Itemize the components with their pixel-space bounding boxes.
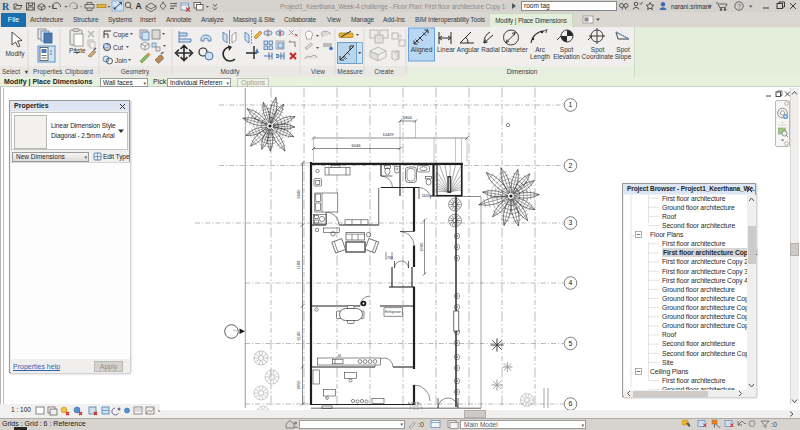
- svg-text:6: 6: [569, 400, 573, 407]
- svg-text:3: 3: [569, 219, 573, 226]
- svg-text:Refrigerator: Refrigerator: [385, 310, 401, 314]
- svg-text:10429: 10429: [382, 132, 394, 137]
- svg-text:Cope: Cope: [113, 31, 129, 39]
- svg-text:1800: 1800: [403, 115, 413, 120]
- svg-text::0: :0: [418, 421, 424, 428]
- svg-text:Cut: Cut: [113, 44, 123, 51]
- svg-text:5: 5: [569, 340, 573, 347]
- svg-text:?: ?: [737, 3, 741, 10]
- svg-text:2740: 2740: [419, 242, 424, 252]
- svg-text:6140: 6140: [296, 331, 301, 341]
- svg-text:2650: 2650: [296, 380, 301, 390]
- svg-text:R: R: [2, 1, 10, 12]
- svg-text:1: 1: [569, 101, 573, 108]
- svg-text:A: A: [136, 1, 142, 11]
- svg-text:narani.srimani: narani.srimani: [671, 3, 711, 10]
- svg-text:6046: 6046: [352, 143, 362, 148]
- svg-text:1161: 1161: [422, 194, 430, 198]
- svg-text:4: 4: [569, 279, 573, 286]
- svg-text::0: :0: [771, 421, 777, 428]
- svg-text:M: M: [338, 354, 341, 358]
- svg-text:6040: 6040: [296, 189, 301, 199]
- svg-text:Join: Join: [115, 57, 127, 64]
- svg-text:2: 2: [569, 162, 573, 169]
- svg-text:1182: 1182: [296, 260, 301, 269]
